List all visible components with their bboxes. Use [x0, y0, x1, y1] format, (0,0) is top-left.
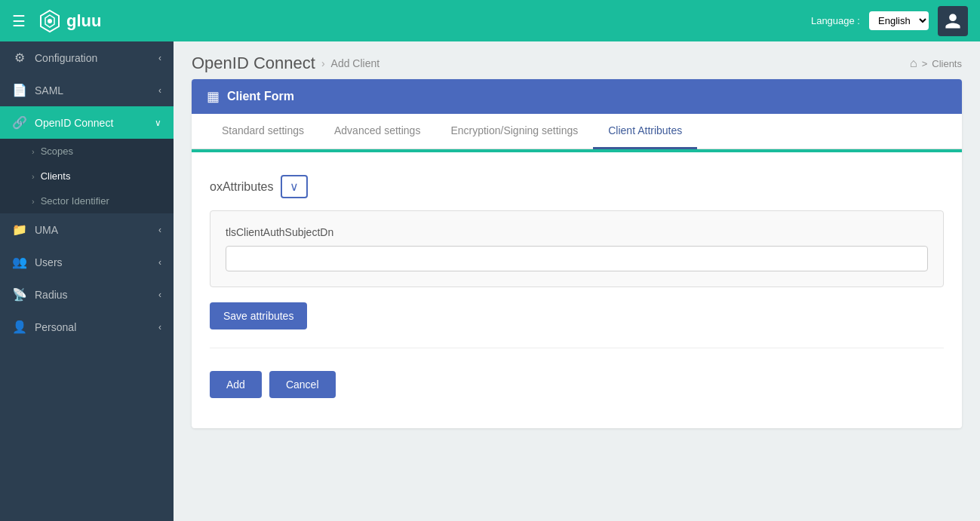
logo-text: gluu: [66, 11, 101, 31]
scopes-arrow: ›: [32, 147, 35, 156]
radius-arrow: ‹: [158, 290, 161, 300]
tab-client-attributes[interactable]: Client Attributes: [593, 114, 697, 149]
sidebar-label-clients: Clients: [41, 170, 71, 182]
personal-arrow: ‹: [158, 322, 161, 333]
breadcrumb-path-sep: >: [922, 58, 928, 69]
sidebar-item-users[interactable]: 👥 Users ‹: [0, 246, 174, 278]
radius-icon: 📡: [12, 287, 27, 302]
topbar: ☰ gluu Language : English: [0, 0, 980, 41]
card-header-title: Client Form: [227, 90, 294, 103]
ox-toggle-button[interactable]: ∨: [281, 175, 308, 198]
personal-icon: 👤: [12, 320, 27, 334]
client-form-card: ▦ Client Form Standard settings Advanced…: [192, 79, 962, 428]
user-avatar[interactable]: [938, 6, 968, 36]
sidebar-label-scopes: Scopes: [41, 146, 73, 157]
bottom-buttons: Add Cancel: [210, 363, 944, 406]
sidebar-item-radius[interactable]: 📡 Radius ‹: [0, 278, 174, 311]
breadcrumb-sub-title: Add Client: [331, 57, 380, 69]
sidebar-label-personal: Personal: [35, 321, 151, 333]
language-label: Language :: [811, 15, 860, 26]
configuration-arrow: ‹: [158, 53, 161, 63]
cancel-button[interactable]: Cancel: [269, 371, 336, 398]
field-label: tlsClientAuthSubjectDn: [226, 226, 928, 238]
user-icon: [944, 12, 962, 30]
add-button[interactable]: Add: [210, 371, 262, 398]
topbar-left: ☰ gluu: [12, 9, 101, 33]
sidebar-label-radius: Radius: [35, 289, 151, 301]
sidebar-item-configuration[interactable]: ⚙ Configuration ‹: [0, 41, 174, 74]
uma-arrow: ‹: [158, 225, 161, 235]
page-title: OpenID Connect: [192, 54, 315, 73]
sidebar-item-uma[interactable]: 📁 UMA ‹: [0, 213, 174, 246]
sidebar: ⚙ Configuration ‹ 📄 SAML ‹ 🔗 OpenID Conn…: [0, 41, 174, 521]
tab-standard-settings[interactable]: Standard settings: [207, 114, 319, 149]
language-selector[interactable]: English: [869, 11, 929, 30]
tab-advanced-settings[interactable]: Advanced settings: [319, 114, 435, 149]
clients-arrow: ›: [32, 172, 35, 181]
tabs-bar: Standard settings Advanced settings Encr…: [192, 114, 962, 149]
uma-icon: 📁: [12, 222, 27, 237]
users-icon: 👥: [12, 255, 27, 269]
users-arrow: ‹: [158, 257, 161, 268]
attributes-box: tlsClientAuthSubjectDn: [210, 210, 944, 287]
sidebar-item-scopes[interactable]: › Scopes: [0, 139, 174, 164]
main-content: OpenID Connect › Add Client ⌂ > Clients …: [174, 41, 980, 521]
sidebar-label-sector: Sector Identifier: [41, 195, 109, 207]
tls-client-auth-input[interactable]: [226, 246, 928, 271]
gluu-logo-icon: [38, 9, 62, 33]
sidebar-item-openid-connect[interactable]: 🔗 OpenID Connect ∨: [0, 106, 174, 139]
card-header: ▦ Client Form: [192, 79, 962, 114]
topbar-right: Language : English: [811, 6, 968, 36]
ox-attributes-section: oxAttributes ∨ tlsClientAuthSubjectDn Sa…: [210, 175, 944, 329]
breadcrumb-right: ⌂ > Clients: [910, 57, 962, 70]
svg-point-2: [48, 19, 52, 23]
openid-icon: 🔗: [12, 115, 27, 130]
sidebar-item-personal[interactable]: 👤 Personal ‹: [0, 311, 174, 343]
sidebar-item-sector-identifier[interactable]: › Sector Identifier: [0, 188, 174, 213]
sidebar-label-configuration: Configuration: [35, 52, 151, 64]
sidebar-label-openid: OpenID Connect: [35, 117, 147, 129]
logo: gluu: [38, 9, 101, 33]
sidebar-label-saml: SAML: [35, 84, 151, 97]
ox-title: oxAttributes: [210, 180, 273, 194]
layout: ⚙ Configuration ‹ 📄 SAML ‹ 🔗 OpenID Conn…: [0, 41, 980, 521]
sidebar-label-users: Users: [35, 256, 151, 268]
divider: [210, 348, 944, 348]
save-attributes-button[interactable]: Save attributes: [210, 302, 307, 329]
sector-arrow: ›: [32, 197, 35, 206]
saml-icon: 📄: [12, 83, 27, 97]
sidebar-label-uma: UMA: [35, 224, 151, 236]
sidebar-item-clients[interactable]: › Clients: [0, 164, 174, 188]
tab-encryption-signing[interactable]: Encryption/Signing settings: [435, 114, 593, 149]
configuration-icon: ⚙: [12, 51, 27, 65]
page-title-area: OpenID Connect › Add Client: [192, 54, 379, 73]
sidebar-item-saml[interactable]: 📄 SAML ‹: [0, 74, 174, 106]
ox-header: oxAttributes ∨: [210, 175, 944, 198]
card-header-icon: ▦: [207, 88, 220, 105]
breadcrumb-path-item: Clients: [932, 58, 962, 69]
sidebar-sub-openid: › Scopes › Clients › Sector Identifier: [0, 139, 174, 213]
hamburger-icon[interactable]: ☰: [12, 12, 26, 30]
breadcrumb-separator: ›: [321, 57, 325, 69]
saml-arrow: ‹: [158, 85, 161, 96]
home-icon[interactable]: ⌂: [910, 57, 917, 70]
ox-toggle-icon: ∨: [290, 179, 299, 194]
openid-arrow: ∨: [155, 118, 161, 128]
breadcrumb-bar: OpenID Connect › Add Client ⌂ > Clients: [174, 41, 980, 79]
card-body: oxAttributes ∨ tlsClientAuthSubjectDn Sa…: [192, 152, 962, 428]
